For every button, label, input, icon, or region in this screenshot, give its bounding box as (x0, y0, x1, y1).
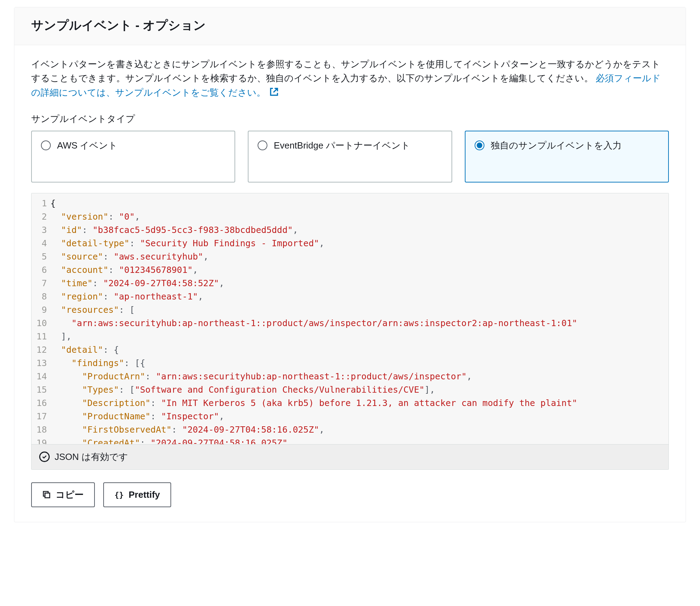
line-number-gutter: 1 2 3 4 5 6 7 8 9 10 11 12 13 14 15 16 1… (31, 193, 50, 444)
event-type-label: サンプルイベントタイプ (31, 113, 669, 125)
code-editor[interactable]: 1 2 3 4 5 6 7 8 9 10 11 12 13 14 15 16 1… (31, 193, 669, 470)
description-text: イベントパターンを書き込むときにサンプルイベントを参照することも、サンプルイベン… (31, 57, 669, 100)
copy-button[interactable]: コピー (31, 482, 95, 507)
radio-partner-events[interactable]: EventBridge パートナーイベント (248, 131, 452, 183)
radio-icon (258, 140, 267, 150)
external-link-icon (270, 86, 279, 100)
panel-title: サンプルイベント - オプション (31, 17, 669, 34)
radio-label: AWS イベント (57, 139, 118, 152)
braces-icon: {} (114, 490, 124, 499)
sample-event-panel: サンプルイベント - オプション イベントパターンを書き込むときにサンプルイベン… (14, 7, 686, 522)
prettify-button-label: Prettify (129, 489, 160, 500)
status-bar: JSON は有効です (31, 444, 668, 469)
panel-body: イベントパターンを書き込むときにサンプルイベントを参照することも、サンプルイベン… (14, 45, 686, 522)
radio-icon (475, 140, 484, 150)
code-content[interactable]: { "version": "0", "id": "b38fcac5-5d95-5… (50, 193, 668, 444)
radio-aws-events[interactable]: AWS イベント (31, 131, 235, 183)
radio-custom-event[interactable]: 独自のサンプルイベントを入力 (465, 131, 669, 183)
status-text: JSON は有効です (55, 451, 128, 463)
radio-label: EventBridge パートナーイベント (274, 139, 410, 152)
prettify-button[interactable]: {} Prettify (103, 482, 171, 507)
button-row: コピー {} Prettify (31, 482, 669, 507)
copy-icon (42, 490, 51, 499)
svg-rect-0 (45, 493, 50, 498)
radio-icon (41, 140, 51, 150)
event-type-radio-group: AWS イベント EventBridge パートナーイベント 独自のサンプルイベ… (31, 131, 669, 183)
description-plain: イベントパターンを書き込むときにサンプルイベントを参照することも、サンプルイベン… (31, 59, 660, 83)
copy-button-label: コピー (56, 489, 84, 501)
radio-label: 独自のサンプルイベントを入力 (491, 139, 622, 152)
panel-header: サンプルイベント - オプション (14, 7, 686, 45)
check-circle-icon (39, 452, 50, 462)
